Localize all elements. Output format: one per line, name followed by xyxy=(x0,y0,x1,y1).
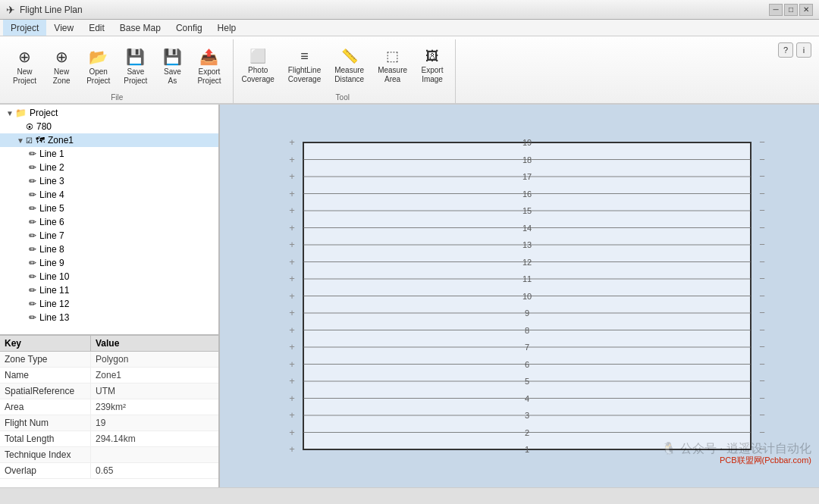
props-val: Zone1 xyxy=(91,368,218,383)
svg-text:3: 3 xyxy=(525,411,529,420)
open-icon: 📂 xyxy=(89,48,108,66)
props-key: Name xyxy=(0,368,91,383)
measure-area-icon: ⬚ xyxy=(386,49,399,65)
menu-item-edit[interactable]: Edit xyxy=(81,20,112,36)
props-key: Flight Num xyxy=(0,415,91,430)
tree-view[interactable]: ▼ 📁 Project ⦿ 780 ▼ ☑ 🗺 Zone1 ✏ Line 1 xyxy=(0,105,218,336)
svg-text:+: + xyxy=(289,273,295,284)
svg-text:−: − xyxy=(759,273,765,284)
svg-text:−: − xyxy=(759,375,765,387)
new-zone-button[interactable]: ⊕ NewZone xyxy=(45,44,78,89)
svg-text:16: 16 xyxy=(522,189,532,199)
radio-icon: ⦿ xyxy=(26,123,33,131)
tree-item-line1[interactable]: ✏ Line 1 xyxy=(0,147,218,161)
maximize-button[interactable]: □ xyxy=(784,4,798,16)
menu-item-config[interactable]: Config xyxy=(168,20,210,36)
tree-item-label: Line 4 xyxy=(39,189,64,200)
map-area[interactable]: 19+−18+−17+−16+−15+−14+−13+−12+−11+−10+−… xyxy=(220,105,819,487)
tree-item-project[interactable]: ▼ 📁 Project xyxy=(0,106,218,120)
props-val: UTM xyxy=(91,383,218,399)
tree-item-label: Line 6 xyxy=(39,217,64,227)
save-as-button[interactable]: 💾 SaveAs xyxy=(155,44,189,89)
svg-text:15: 15 xyxy=(522,206,532,215)
props-header: Key Value xyxy=(0,336,218,352)
open-project-button[interactable]: 📂 OpenProject xyxy=(81,44,115,89)
tree-item-line7[interactable]: ✏ Line 7 xyxy=(0,229,218,243)
props-key: Zone Type xyxy=(0,352,91,367)
export-image-button[interactable]: 🖼 ExportImage xyxy=(416,45,449,89)
menu-item-base map[interactable]: Base Map xyxy=(112,20,168,36)
svg-text:+: + xyxy=(289,324,295,336)
menu-item-help[interactable]: Help xyxy=(210,20,244,36)
svg-text:18: 18 xyxy=(522,155,532,164)
tree-item-line3[interactable]: ✏ Line 3 xyxy=(0,174,218,188)
tree-item-line8[interactable]: ✏ Line 8 xyxy=(0,243,218,256)
svg-text:+: + xyxy=(289,358,295,370)
props-row-technique: Technique Index xyxy=(0,447,218,463)
svg-text:+: + xyxy=(289,427,295,438)
tree-item-label: Project xyxy=(30,108,58,118)
tree-item-label: Line 1 xyxy=(39,149,64,159)
svg-text:−: − xyxy=(759,427,765,438)
svg-text:8: 8 xyxy=(525,326,529,335)
export-label: ExportProject xyxy=(197,67,221,86)
new-project-icon: ⊕ xyxy=(18,48,31,66)
file-group-label: File xyxy=(8,90,227,103)
left-panel: ▼ 📁 Project ⦿ 780 ▼ ☑ 🗺 Zone1 ✏ Line 1 xyxy=(0,105,220,487)
tree-item-line6[interactable]: ✏ Line 6 xyxy=(0,215,218,229)
info-button[interactable]: i xyxy=(796,42,811,58)
new-project-button[interactable]: ⊕ NewProject xyxy=(8,44,42,89)
tree-item-line10[interactable]: ✏ Line 10 xyxy=(0,270,218,283)
svg-text:+: + xyxy=(289,239,295,250)
line-icon: ✏ xyxy=(29,217,36,227)
export-img-icon: 🖼 xyxy=(425,49,439,65)
tree-item-line9[interactable]: ✏ Line 9 xyxy=(0,256,218,270)
title-bar: ✈ Flight Line Plan ─ □ ✕ xyxy=(0,0,819,20)
tree-item-line11[interactable]: ✏ Line 11 xyxy=(0,283,218,297)
svg-text:1: 1 xyxy=(525,445,529,454)
tree-item-780[interactable]: ⦿ 780 xyxy=(0,120,218,133)
app-title: Flight Line Plan xyxy=(20,5,769,15)
measure-distance-button[interactable]: 📏 MeasureDistance xyxy=(329,45,369,89)
tree-item-label: Line 11 xyxy=(39,285,69,296)
photo-coverage-icon: ⬜ xyxy=(249,49,266,65)
svg-text:17: 17 xyxy=(522,172,532,181)
svg-text:−: − xyxy=(759,324,765,336)
ribbon-file-buttons: ⊕ NewProject ⊕ NewZone 📂 OpenProject 💾 S… xyxy=(8,39,227,90)
svg-text:−: − xyxy=(759,188,765,199)
measure-area-label: MeasureArea xyxy=(378,66,407,84)
props-row-total-length: Total Length 294.14km xyxy=(0,431,218,447)
menu-bar: ProjectViewEditBase MapConfigHelp xyxy=(0,20,819,36)
tree-item-line12[interactable]: ✏ Line 12 xyxy=(0,297,218,311)
tree-item-line5[interactable]: ✏ Line 5 xyxy=(0,202,218,215)
close-button[interactable]: ✕ xyxy=(799,4,813,16)
line-icon: ✏ xyxy=(29,244,36,255)
minimize-button[interactable]: ─ xyxy=(769,4,783,16)
photo-coverage-label: PhotoCoverage xyxy=(242,66,275,84)
menu-item-view[interactable]: View xyxy=(46,20,81,36)
flightline-coverage-button[interactable]: ≡ FlightLineCoverage xyxy=(283,45,326,89)
line-icon: ✏ xyxy=(29,176,36,186)
svg-text:+: + xyxy=(289,136,295,148)
svg-text:+: + xyxy=(289,341,295,352)
export-project-button[interactable]: 📤 ExportProject xyxy=(192,44,226,89)
tree-item-label: Zone1 xyxy=(48,135,74,146)
properties-panel: Key Value Zone Type Polygon Name Zone1 S… xyxy=(0,336,218,487)
measure-dist-label: MeasureDistance xyxy=(334,66,364,84)
tree-item-line4[interactable]: ✏ Line 4 xyxy=(0,188,218,202)
measure-area-button[interactable]: ⬚ MeasureArea xyxy=(372,45,413,89)
export-icon: 📤 xyxy=(199,48,218,66)
tree-item-line13[interactable]: ✏ Line 13 xyxy=(0,311,218,324)
svg-text:−: − xyxy=(759,358,765,370)
props-val: 239km² xyxy=(91,399,218,415)
tree-item-line2[interactable]: ✏ Line 2 xyxy=(0,161,218,174)
props-row-overlap: Overlap 0.65 xyxy=(0,463,218,479)
app-icon: ✈ xyxy=(6,4,15,16)
menu-item-project[interactable]: Project xyxy=(3,20,46,36)
tree-item-zone1[interactable]: ▼ ☑ 🗺 Zone1 xyxy=(0,133,218,147)
question-button[interactable]: ? xyxy=(778,42,793,58)
props-row-flight-num: Flight Num 19 xyxy=(0,415,218,431)
svg-text:14: 14 xyxy=(522,224,532,233)
save-project-button[interactable]: 💾 SaveProject xyxy=(118,44,152,89)
photo-coverage-button[interactable]: ⬜ PhotoCoverage xyxy=(237,45,280,89)
